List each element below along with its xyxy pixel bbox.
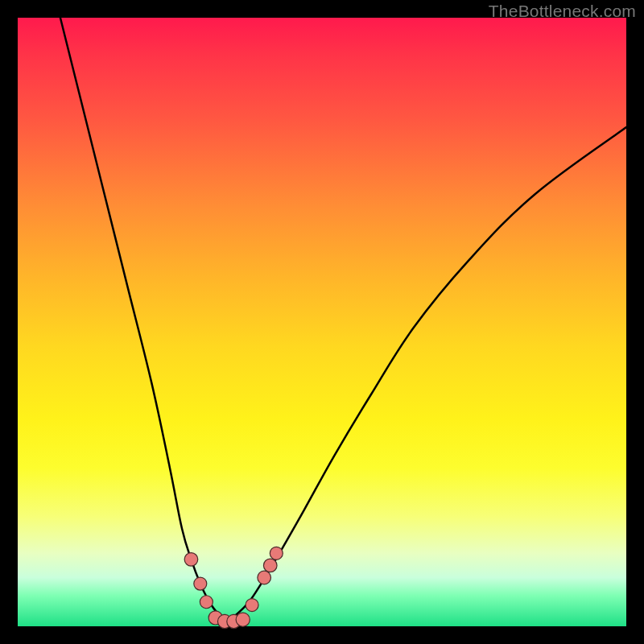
plot-frame: [18, 18, 626, 626]
data-marker: [194, 577, 207, 590]
data-marker: [246, 599, 258, 612]
data-marker: [236, 613, 250, 626]
curve-right-branch: [228, 127, 626, 620]
data-marker: [200, 596, 213, 609]
data-marker: [270, 547, 283, 559]
data-marker: [263, 559, 277, 572]
curve-left-branch: [60, 18, 228, 620]
data-marker: [258, 571, 271, 584]
watermark-text: TheBottleneck.com: [489, 2, 636, 21]
marker-group: [184, 547, 283, 628]
data-marker: [184, 553, 198, 567]
curve-layer: [18, 18, 626, 626]
